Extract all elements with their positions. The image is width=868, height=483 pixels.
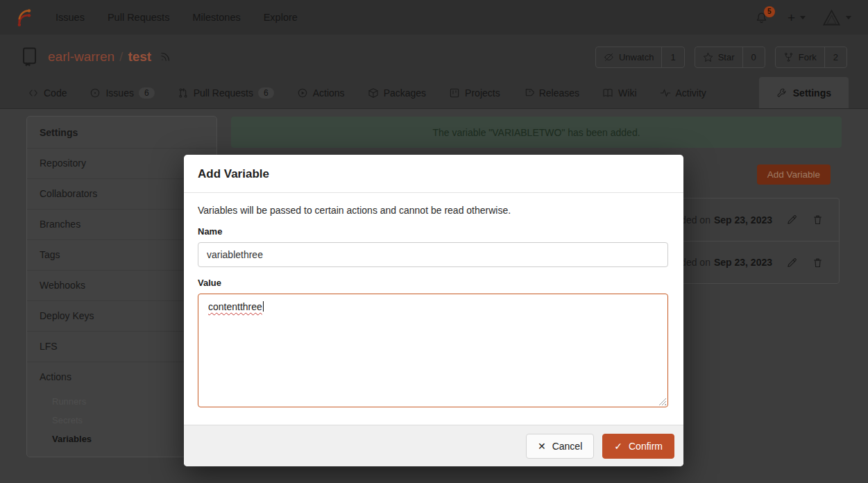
wrench-icon xyxy=(776,87,788,99)
nav-item-milestones[interactable]: Milestones xyxy=(192,12,240,23)
fork-count[interactable]: 2 xyxy=(824,47,846,67)
resize-handle[interactable] xyxy=(658,398,666,405)
unwatch-button[interactable]: Unwatch 1 xyxy=(595,46,685,68)
repo-name-link[interactable]: test xyxy=(128,49,151,65)
watch-count[interactable]: 1 xyxy=(661,47,683,67)
check-icon: ✓ xyxy=(614,441,622,451)
create-new-dropdown[interactable]: + xyxy=(788,11,806,24)
repository-icon xyxy=(19,46,40,67)
nav-item-explore[interactable]: Explore xyxy=(264,12,298,23)
breadcrumb-separator: / xyxy=(119,49,123,65)
cancel-button[interactable]: ✕ Cancel xyxy=(526,434,594,459)
book-icon xyxy=(602,87,613,99)
fork-icon xyxy=(783,52,794,62)
user-menu-dropdown[interactable] xyxy=(822,8,851,27)
trash-icon[interactable] xyxy=(812,214,824,226)
pencil-icon[interactable] xyxy=(786,214,798,226)
tab-activity[interactable]: Activity xyxy=(660,87,706,99)
sidebar-title: Settings xyxy=(27,118,216,148)
forgejo-logo-icon[interactable] xyxy=(14,8,33,27)
star-count[interactable]: 0 xyxy=(742,47,765,67)
top-navbar: Issues Pull Requests Milestones Explore … xyxy=(0,0,868,35)
nav-item-issues[interactable]: Issues xyxy=(56,12,85,23)
rss-icon[interactable] xyxy=(160,51,171,62)
avatar xyxy=(822,8,841,27)
close-icon: ✕ xyxy=(538,441,546,451)
issues-count-badge: 6 xyxy=(139,87,155,99)
tag-icon xyxy=(523,87,534,99)
tab-packages[interactable]: Packages xyxy=(368,87,426,99)
package-icon xyxy=(368,87,379,99)
star-button[interactable]: Star 0 xyxy=(695,46,765,68)
project-board-icon xyxy=(449,87,460,99)
tab-actions[interactable]: Actions xyxy=(297,87,345,99)
plus-icon: + xyxy=(788,11,795,24)
issue-icon xyxy=(90,87,101,99)
flash-success-banner: The variable "VARIABLETWO" has been adde… xyxy=(231,117,842,148)
value-label: Value xyxy=(198,278,670,288)
eye-off-icon xyxy=(604,52,614,62)
pull-request-icon xyxy=(178,87,189,99)
modal-description: Variables will be passed to certain acti… xyxy=(198,205,670,216)
add-variable-button[interactable]: Add Variable xyxy=(757,164,831,185)
modal-footer: ✕ Cancel ✓ Confirm xyxy=(184,425,683,466)
play-circle-icon xyxy=(297,87,308,99)
chevron-down-icon xyxy=(800,16,806,19)
pencil-icon[interactable] xyxy=(786,257,798,269)
breadcrumb: earl-warren / test xyxy=(48,49,151,65)
pull-requests-count-badge: 6 xyxy=(258,87,274,99)
tab-issues[interactable]: Issues 6 xyxy=(90,87,154,99)
modal-title: Add Variable xyxy=(184,155,683,193)
fork-button[interactable]: Fork 2 xyxy=(775,46,847,68)
notifications-button[interactable]: 5 xyxy=(755,11,771,24)
tab-pull-requests[interactable]: Pull Requests 6 xyxy=(178,87,274,99)
activity-icon xyxy=(660,87,671,99)
confirm-button[interactable]: ✓ Confirm xyxy=(602,434,674,459)
code-icon xyxy=(28,87,39,99)
nav-item-pull-requests[interactable]: Pull Requests xyxy=(108,12,169,23)
add-variable-modal: Add Variable Variables will be passed to… xyxy=(184,155,683,466)
repo-header-region: earl-warren / test Unwatch 1 xyxy=(0,35,868,109)
tab-settings[interactable]: Settings xyxy=(759,77,849,108)
text-cursor xyxy=(263,301,264,312)
name-input[interactable] xyxy=(198,242,668,267)
repo-owner-link[interactable]: earl-warren xyxy=(48,49,114,65)
tab-projects[interactable]: Projects xyxy=(449,87,500,99)
repo-action-buttons: Unwatch 1 Star 0 Fork 2 xyxy=(595,46,847,68)
trash-icon[interactable] xyxy=(812,257,824,269)
chevron-down-icon xyxy=(846,16,851,19)
value-textarea[interactable]: contentthree xyxy=(198,294,668,407)
tab-wiki[interactable]: Wiki xyxy=(602,87,636,99)
repo-tab-bar: Code Issues 6 Pull Requests 6 Actions xyxy=(28,77,706,108)
tab-code[interactable]: Code xyxy=(28,87,67,99)
nav-links: Issues Pull Requests Milestones Explore xyxy=(56,12,298,23)
notification-count-badge: 5 xyxy=(764,6,775,17)
star-icon xyxy=(703,52,713,62)
value-text: contentthree xyxy=(208,301,262,312)
tab-releases[interactable]: Releases xyxy=(523,87,579,99)
name-label: Name xyxy=(198,226,670,237)
